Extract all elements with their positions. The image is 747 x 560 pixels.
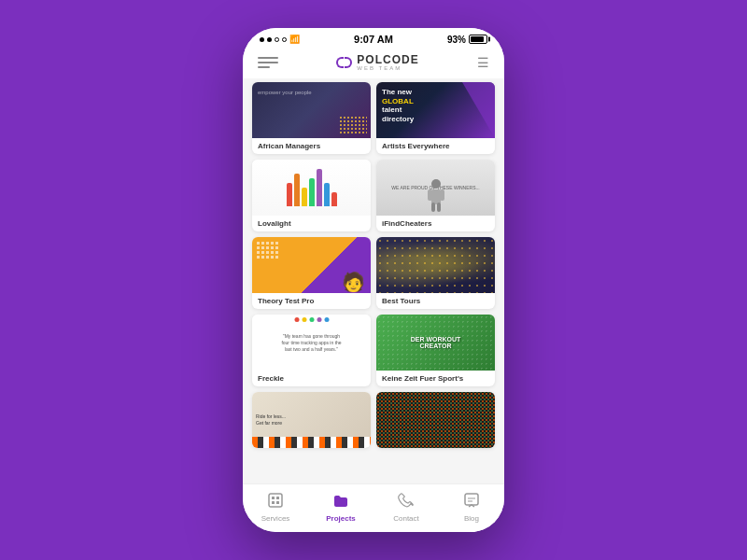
dc-left — [336, 57, 344, 68]
svg-point-0 — [431, 179, 441, 189]
card-label-best-tours: Best Tours — [376, 293, 495, 309]
card-ifindcheaters[interactable]: WE ARE PROUD OF THESE WINNERS... iFindCh… — [376, 160, 495, 231]
blog-label: Blog — [464, 514, 479, 523]
polcode-text: POLCODE WEB TEAM — [357, 54, 418, 71]
card-image-partial1: Ride for less...Get far more — [252, 392, 371, 448]
lovalight-bars — [287, 169, 337, 206]
nav-contact[interactable]: Contact — [383, 492, 430, 523]
contact-label: Contact — [393, 514, 419, 523]
svg-rect-11 — [465, 494, 478, 505]
card-image-best-tours — [376, 237, 495, 293]
svg-rect-2 — [428, 189, 432, 201]
services-icon — [267, 492, 284, 512]
freckle-quote-text: "My team has gone throughfour time track… — [281, 333, 341, 353]
card-image-african-managers — [252, 82, 371, 138]
battery-icon — [469, 35, 487, 44]
svg-rect-3 — [440, 189, 444, 201]
theory-dots — [256, 241, 279, 259]
card-image-artists-everywhere: The newGLOBALtalentdirectory — [376, 82, 495, 138]
nav-blog[interactable]: Blog — [448, 492, 495, 523]
signal-dot3 — [275, 37, 279, 42]
card-image-partial2 — [376, 392, 495, 448]
signal-dot4 — [282, 37, 287, 42]
card-label-african-managers: African Managers — [252, 138, 371, 154]
card-keine-zeit[interactable]: DER WORKOUTCREATOR Keine Zeit Fuer Sport… — [376, 315, 495, 386]
status-battery-container: 93% — [447, 35, 487, 45]
status-bar: 📶 9:07 AM 93% — [243, 28, 504, 49]
blog-svg-icon — [463, 492, 480, 509]
keine-dots — [376, 315, 495, 371]
svg-rect-4 — [431, 203, 435, 212]
app-header: POLCODE WEB TEAM ☰ — [243, 49, 504, 78]
brand-logo: POLCODE WEB TEAM — [336, 54, 418, 71]
card-label-theory-test-pro: Theory Test Pro — [252, 293, 371, 309]
theory-figure: 🧑 — [342, 271, 365, 293]
partial-stripe — [252, 437, 371, 448]
card-label-freckle: Freckle — [252, 371, 371, 386]
partial2-dots — [376, 392, 495, 448]
phone-frame: 📶 9:07 AM 93% POLCODE WEB TEAM — [243, 28, 504, 532]
svg-rect-1 — [431, 189, 441, 204]
polcode-main: POLCODE — [357, 54, 418, 65]
projects-grid: African Managers The newGLOBALtalentdire… — [252, 82, 495, 448]
services-svg-icon — [267, 492, 284, 509]
card-artists-everywhere[interactable]: The newGLOBALtalentdirectory Artists Eve… — [376, 82, 495, 154]
bottom-navigation: Services Projects Contact — [243, 483, 504, 532]
card-partial2[interactable] — [376, 392, 495, 448]
projects-label: Projects — [326, 514, 356, 523]
status-signal: 📶 — [260, 35, 300, 44]
battery-fill — [471, 36, 484, 42]
card-theory-test-pro[interactable]: 🧑 Theory Test Pro — [252, 237, 371, 309]
filter-button[interactable]: ☰ — [477, 55, 489, 70]
menu-bar2 — [258, 62, 278, 63]
card-african-managers[interactable]: African Managers — [252, 82, 371, 154]
contact-icon — [398, 492, 415, 512]
menu-bar3 — [258, 66, 270, 68]
projects-grid-container[interactable]: African Managers The newGLOBALtalentdire… — [243, 78, 504, 483]
card-image-lovalight — [252, 160, 371, 216]
projects-svg-icon — [332, 492, 349, 509]
map-dots — [376, 237, 495, 293]
card-label-lovalight: Lovalight — [252, 216, 371, 231]
nav-projects[interactable]: Projects — [317, 492, 364, 523]
svg-rect-6 — [269, 494, 282, 507]
african-managers-dots — [339, 116, 367, 134]
freckle-dots-top — [294, 317, 329, 322]
dc-right — [345, 57, 352, 68]
dc-logo-symbol — [336, 57, 352, 68]
card-partial1[interactable]: Ride for less...Get far more — [252, 392, 371, 448]
card-image-ifindcheaters: WE ARE PROUD OF THESE WINNERS... — [376, 160, 495, 216]
wifi-icon: 📶 — [289, 35, 300, 44]
menu-bar1 — [258, 57, 278, 59]
card-label-artists-everywhere: Artists Everywhere — [376, 138, 495, 154]
menu-button[interactable] — [258, 57, 278, 68]
card-label-ifindcheaters: iFindCheaters — [376, 216, 495, 231]
projects-icon — [332, 492, 349, 512]
artists-text: The newGLOBALtalentdirectory — [382, 88, 414, 123]
card-image-keine-zeit: DER WORKOUTCREATOR — [376, 315, 495, 371]
card-label-keine-zeit: Keine Zeit Fuer Sport's — [376, 371, 495, 386]
services-label: Services — [261, 514, 290, 523]
artists-triangle — [462, 82, 495, 138]
card-image-theory-test: 🧑 — [252, 237, 371, 293]
status-time: 9:07 AM — [354, 34, 393, 45]
nav-services[interactable]: Services — [252, 492, 299, 523]
card-image-freckle: "My team has gone throughfour time track… — [252, 315, 371, 371]
cheaters-figure-svg — [422, 176, 450, 214]
card-lovalight[interactable]: Lovalight — [252, 160, 371, 231]
signal-dot1 — [260, 37, 264, 42]
blog-icon — [463, 492, 480, 512]
svg-rect-5 — [437, 203, 441, 212]
signal-dot2 — [267, 37, 272, 42]
battery-percent: 93% — [447, 35, 466, 45]
contact-svg-icon — [398, 492, 415, 509]
partial-text1: Ride for less...Get far more — [256, 413, 286, 427]
svg-rect-8 — [276, 497, 279, 499]
svg-rect-9 — [272, 501, 275, 504]
svg-rect-7 — [272, 497, 275, 499]
card-freckle[interactable]: "My team has gone throughfour time track… — [252, 315, 371, 386]
polcode-sub: WEB TEAM — [357, 65, 418, 71]
svg-rect-10 — [276, 501, 279, 504]
card-best-tours[interactable]: Best Tours — [376, 237, 495, 309]
